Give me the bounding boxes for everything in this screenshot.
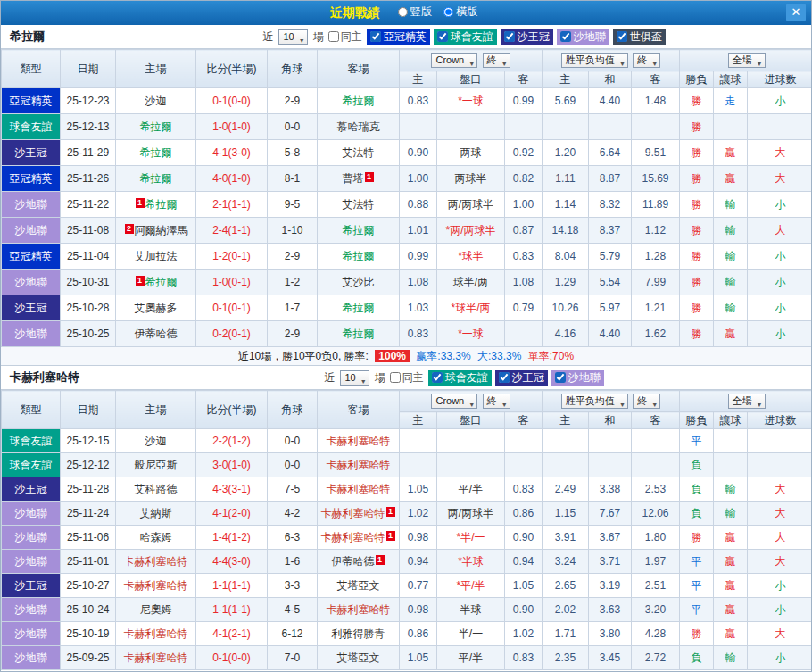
away-team-name: 慕哈瑞克 <box>337 120 380 133</box>
result-wdl: 勝 <box>680 622 714 646</box>
scope-select[interactable]: 全場 <box>728 53 766 68</box>
home-odds: 0.90 <box>400 140 437 166</box>
match-date: 25-11-04 <box>61 244 116 270</box>
corner-score: 3-3 <box>268 574 318 598</box>
away-team: 希拉爾 <box>318 218 400 244</box>
result-goals: 大 <box>748 477 812 502</box>
league-type-badge: 沙地聯 <box>2 218 61 244</box>
league-filter-chip[interactable]: 沙地聯 <box>551 370 604 386</box>
view-option-vertical[interactable]: 豎版 <box>398 4 432 20</box>
same-home-checkbox[interactable] <box>328 31 339 42</box>
home-odds <box>400 453 437 477</box>
close-icon[interactable]: ✕ <box>786 4 806 21</box>
match-date: 25-11-06 <box>61 526 116 550</box>
league-filter-chip[interactable]: 亞冠精英 <box>367 29 430 45</box>
league-filter-chip[interactable]: 世俱盃 <box>613 29 666 45</box>
league-checkbox[interactable] <box>437 31 448 42</box>
result-handicap <box>714 429 748 453</box>
avg-draw-odds: 5.54 <box>589 270 632 295</box>
away-team-name: 希拉爾 <box>343 224 375 236</box>
home-team: 艾加拉法 <box>116 244 196 270</box>
result-wdl: 勝 <box>680 140 714 166</box>
match-row: 亞冠精英 25-11-26 希拉爾 4-0(1-0) 8-1 曹塔1 1.00 … <box>2 166 812 192</box>
col-avg-draw: 和 <box>589 71 632 88</box>
result-goals <box>748 429 812 453</box>
bookmaker-select[interactable]: Crown <box>431 53 477 68</box>
away-team-name: 希拉爾 <box>343 328 375 340</box>
away-odds: 0.90 <box>505 598 543 622</box>
league-filter-chip[interactable]: 球會友誼 <box>428 370 492 386</box>
same-home-checkbox[interactable] <box>390 372 401 383</box>
score: 4-3(3-1) <box>196 477 268 502</box>
league-filter-chip[interactable]: 沙王冠 <box>495 370 548 386</box>
summary-text: 近10場，勝10平0负0, 勝率: <box>238 350 369 362</box>
avg-odds-select[interactable]: 胜平负均值 <box>561 394 628 409</box>
view-option-horizontal[interactable]: 橫版 <box>443 4 477 20</box>
result-handicap: 輸 <box>714 244 748 270</box>
result-handicap <box>714 453 748 477</box>
league-checkbox[interactable] <box>504 31 515 42</box>
away-team-name: 艾法特 <box>343 198 375 211</box>
col-result-handicap: 讓球 <box>714 412 748 429</box>
result-handicap <box>714 114 748 140</box>
avg-time-select[interactable]: 終 <box>633 53 660 68</box>
away-odds: 0.87 <box>505 218 543 244</box>
handicap-line: *两/两球半 <box>437 218 505 244</box>
away-team-name: 卡赫利塞哈特 <box>327 435 391 447</box>
match-row: 沙地聯 25-10-25 伊蒂哈德 0-2(0-1) 2-9 希拉爾 0.83 … <box>2 321 812 347</box>
league-filter-chip[interactable]: 球會友誼 <box>434 29 497 45</box>
league-type-badge: 沙王冠 <box>2 295 61 321</box>
away-team: 利雅得勝青 <box>318 622 400 646</box>
avg-away-odds: 7.99 <box>632 270 680 295</box>
page-title: 近期戰績 <box>330 5 380 20</box>
home-odds: 0.83 <box>400 88 437 114</box>
avg-odds-select[interactable]: 胜平负均值 <box>561 53 628 68</box>
avg-away-odds: 4.28 <box>632 622 680 646</box>
score: 0-2(0-1) <box>196 321 268 347</box>
league-checkbox[interactable] <box>370 31 381 42</box>
match-date: 25-11-24 <box>61 502 116 526</box>
avg-home-odds: 3.24 <box>543 550 589 574</box>
home-odds <box>400 429 437 453</box>
home-team-name: 阿爾納澤馬 <box>135 224 188 236</box>
away-team: 慕哈瑞克 <box>318 114 400 140</box>
league-type-badge: 亞冠精英 <box>2 244 61 270</box>
vertical-view-radio[interactable] <box>398 7 408 17</box>
win-rate-badge: 100% <box>375 350 410 362</box>
match-row: 球會友誼 25-12-12 般尼亞斯 3-0(1-0) 0-0 卡赫利塞哈特 負 <box>2 453 812 477</box>
horizontal-view-radio[interactable] <box>443 7 453 17</box>
red-card-badge: 2 <box>125 224 134 234</box>
avg-home-odds: 5.69 <box>543 88 589 114</box>
avg-time-select[interactable]: 終 <box>633 394 660 409</box>
avg-draw-odds: 3.80 <box>589 622 632 646</box>
home-team-name: 卡赫利塞哈特 <box>124 627 188 640</box>
league-type-badge: 沙地聯 <box>2 526 61 550</box>
scope-select[interactable]: 全場 <box>728 394 766 409</box>
league-label: 沙王冠 <box>518 29 550 45</box>
col-corner: 角球 <box>268 391 318 429</box>
recent-count-select[interactable]: 10 <box>340 370 369 386</box>
same-home-filter[interactable]: 同主 <box>328 29 362 45</box>
bookmaker-select[interactable]: Crown <box>431 394 477 409</box>
odds-time-select[interactable]: 終 <box>483 394 510 409</box>
league-checkbox[interactable] <box>617 31 627 42</box>
red-card-badge: 1 <box>136 198 145 208</box>
league-checkbox[interactable] <box>499 372 510 383</box>
match-row: 沙王冠 25-11-28 艾科路德 4-3(3-1) 7-5 卡赫利塞哈特 1.… <box>2 477 812 502</box>
league-checkbox[interactable] <box>560 31 571 42</box>
odds-time-select[interactable]: 終 <box>483 53 510 68</box>
home-team-name: 伊蒂哈德 <box>135 328 178 340</box>
league-filter-chip[interactable]: 沙地聯 <box>557 29 609 45</box>
corner-score: 2-9 <box>268 244 318 270</box>
league-checkbox[interactable] <box>555 372 566 383</box>
avg-away-odds: 1.12 <box>632 218 680 244</box>
away-team-name: 希拉爾 <box>343 250 375 262</box>
match-row: 沙地聯 25-11-06 哈森姆 1-4(1-2) 6-3 卡赫利塞哈特1 0.… <box>2 526 812 550</box>
league-filter-chip[interactable]: 沙王冠 <box>501 29 553 45</box>
recent-count-select[interactable]: 10 <box>278 29 307 45</box>
same-home-filter[interactable]: 同主 <box>390 370 424 386</box>
league-checkbox[interactable] <box>432 372 443 383</box>
result-wdl: 勝 <box>680 166 714 192</box>
avg-draw-odds: 4.40 <box>589 321 632 347</box>
away-odds: 0.90 <box>505 526 543 550</box>
